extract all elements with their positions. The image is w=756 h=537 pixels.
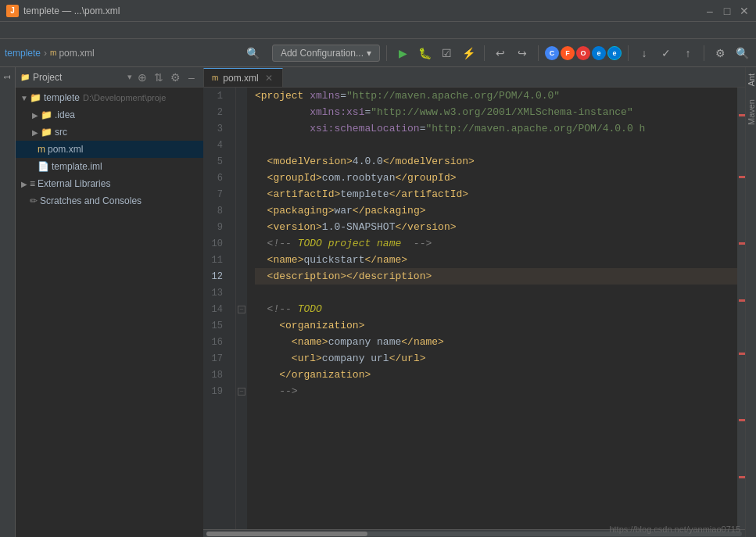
revert-button[interactable]: ↩ [491, 44, 510, 63]
add-configuration-button[interactable]: Add Configuration... ▾ [272, 45, 380, 62]
line-num-17: 17 [203, 350, 229, 367]
project-dropdown-icon[interactable]: ▾ [127, 72, 132, 82]
scratches-icon: ✏ [30, 195, 38, 206]
tree-item-idea[interactable]: ▶ 📁 .idea [16, 106, 203, 124]
chrome-icon[interactable]: C [545, 46, 559, 60]
scroll-error-indicators [737, 88, 745, 529]
run-button[interactable]: ▶ [393, 44, 412, 63]
tree-iml-label: template.iml [52, 161, 102, 172]
code-editor[interactable]: <project xmlns="http://maven.apache.org/… [247, 88, 737, 529]
debug-button[interactable]: 🐛 [415, 44, 434, 63]
folder-icon: 📁 [20, 73, 30, 81]
tree-scratches-label: Scratches and Consoles [40, 195, 142, 206]
tree-extlibs-label: External Libraries [38, 178, 110, 189]
browser-icons-row: C F O e e [545, 46, 622, 60]
idea-folder-icon: 📁 [41, 109, 52, 120]
tree-settings-button[interactable]: ⇅ [152, 70, 166, 84]
intellij-logo: J [6, 5, 19, 17]
root-folder-icon: 📁 [30, 92, 41, 103]
edge-icon[interactable]: e [592, 46, 606, 60]
title-bar: J templete — ...\pom.xml – □ ✕ [0, 0, 756, 22]
tree-item-root[interactable]: ▼ 📁 templete D:\Development\proje [16, 89, 203, 106]
locate-in-tree-button[interactable]: ⊕ [135, 70, 149, 84]
error-mark-5 [739, 353, 745, 355]
error-mark-6 [739, 419, 745, 421]
tab-pomxml[interactable]: m pom.xml ✕ [203, 68, 283, 87]
maven-panel-tab[interactable]: Maven [745, 93, 757, 131]
line-num-12: 12 [203, 268, 229, 285]
vcs-update-button[interactable]: ↓ [635, 44, 654, 63]
code-line-9: <version>1.0-SNAPSHOT</version> [255, 219, 737, 235]
firefox-icon[interactable]: F [561, 46, 575, 60]
code-line-16: <name>company name</name> [255, 334, 737, 350]
tab-close-button[interactable]: ✕ [263, 73, 274, 84]
tree-arrow-root: ▼ [19, 94, 30, 102]
vcs-push-button[interactable]: ↑ [679, 44, 697, 63]
profile-button[interactable]: ⚡ [459, 44, 478, 63]
code-line-12: <description></description> [255, 268, 737, 285]
minimize-button[interactable]: – [704, 5, 715, 16]
tree-arrow-idea: ▶ [30, 111, 41, 120]
editor-content[interactable]: 1 2 3 4 5 6 7 8 9 10 11 12 13 14 15 16 1… [203, 88, 745, 529]
opera-icon[interactable]: O [576, 46, 590, 60]
project-panel-header: 📁 Project ▾ ⊕ ⇅ ⚙ – [16, 67, 203, 88]
line-num-10: 10 [203, 235, 229, 252]
toolbar: templete › m pom.xml 🔍 Add Configuration… [0, 39, 756, 67]
tree-item-ext-libs[interactable]: ▶ ≡ External Libraries [16, 175, 203, 192]
tree-pomxml-label: pom.xml [48, 144, 83, 155]
tree-item-scratches[interactable]: ✏ Scratches and Consoles [16, 192, 203, 209]
close-button[interactable]: ✕ [739, 5, 750, 16]
line-num-3: 3 [203, 120, 229, 137]
tabs-bar: m pom.xml ✕ [203, 67, 745, 88]
line-num-11: 11 [203, 252, 229, 268]
xml-file-icon: m [50, 48, 56, 57]
code-line-5: <modelVersion>4.0.0</modelVersion> [255, 153, 737, 170]
settings-button[interactable]: ⚙ [711, 44, 729, 63]
line-num-4: 4 [203, 137, 229, 153]
scrollbar-thumb[interactable] [206, 532, 367, 536]
code-line-2: xmlns:xsi="http://www.w3.org/2001/XMLSch… [255, 104, 737, 120]
line-num-13: 13 [203, 285, 229, 301]
project-header-actions: ⊕ ⇅ ⚙ – [135, 70, 199, 84]
toolbar-separator-3 [538, 45, 539, 61]
left-sidebar: 1 [0, 67, 16, 537]
project-sidebar-icon[interactable]: 1 [1, 70, 15, 84]
ant-panel-tab[interactable]: Ant [745, 67, 757, 93]
run-with-coverage-button[interactable]: ☑ [437, 44, 456, 63]
code-line-11: <name>quickstart</name> [255, 252, 737, 268]
src-folder-icon: 📁 [41, 127, 52, 138]
fold-gutter: – – [236, 88, 247, 529]
toolbar-separator-2 [484, 45, 485, 61]
tree-item-src[interactable]: ▶ 📁 src [16, 124, 203, 141]
hide-panel-button[interactable]: – [185, 70, 199, 84]
breadcrumb-templete[interactable]: templete [5, 48, 41, 59]
breadcrumb-pomxml[interactable]: m pom.xml [50, 48, 95, 59]
tree-item-iml[interactable]: 📄 template.iml [16, 158, 203, 175]
edge-chromium-icon[interactable]: e [607, 46, 622, 60]
toolbar-separator [386, 45, 387, 61]
search-button[interactable]: 🔍 [733, 44, 751, 63]
fold-icon-19[interactable]: – [236, 383, 247, 399]
code-line-8: <packaging>war</packaging> [255, 202, 737, 219]
toolbar-separator-5 [704, 45, 704, 61]
title-bar-left: J templete — ...\pom.xml [6, 5, 120, 17]
project-tree: ▼ 📁 templete D:\Development\proje ▶ 📁 .i… [16, 88, 203, 537]
vcs-commit-button[interactable]: ✓ [657, 44, 675, 63]
tree-idea-label: .idea [55, 109, 75, 120]
code-line-3: xsi:schemaLocation="http://maven.apache.… [255, 120, 737, 137]
error-mark-7 [739, 476, 745, 478]
code-line-1: <project xmlns="http://maven.apache.org/… [255, 88, 737, 104]
line-num-5: 5 [203, 153, 229, 170]
line-num-14: 14 [203, 301, 229, 317]
tree-item-pomxml[interactable]: m pom.xml [16, 141, 203, 158]
fold-icon-14[interactable]: – [236, 301, 247, 317]
search-everywhere-icon[interactable]: 🔍 [244, 44, 263, 63]
maximize-button[interactable]: □ [722, 5, 733, 16]
update-button[interactable]: ↪ [513, 44, 532, 63]
breadcrumb: templete › m pom.xml [5, 48, 95, 59]
menu-bar [0, 22, 756, 39]
error-mark-4 [739, 299, 745, 302]
tree-options-button[interactable]: ⚙ [168, 70, 182, 84]
error-mark-3 [739, 242, 745, 245]
right-panels: Ant Maven [745, 67, 756, 537]
